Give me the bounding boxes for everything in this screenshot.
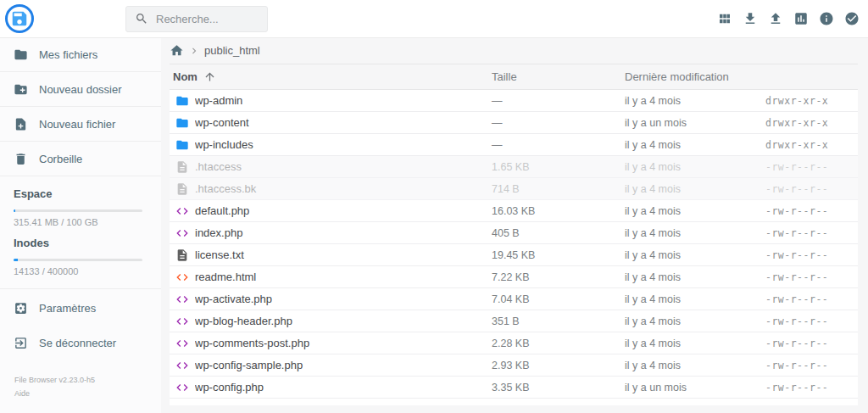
file-row[interactable]: wp-activate.php 7.04 KB il y a 4 mois -r… xyxy=(170,288,858,310)
space-value: 315.41 MB / 100 GB xyxy=(14,217,147,227)
file-permissions: -rw-r--r-- xyxy=(765,183,858,195)
file-size: 2.28 KB xyxy=(492,338,625,349)
trash-icon xyxy=(14,152,28,166)
inodes-progress-bar xyxy=(14,259,142,261)
help-link[interactable]: Aide xyxy=(14,388,161,401)
list-header: Nom Taille Dernière modification xyxy=(170,64,858,90)
space-heading: Espace xyxy=(14,187,147,200)
sidebar-item-settings[interactable]: Paramètres xyxy=(0,291,161,326)
file-name: wp-config.php xyxy=(195,381,492,393)
file-modified: il y a 4 mois xyxy=(625,315,765,327)
file-row[interactable]: wp-includes — il y a 4 mois drwxr-xr-x xyxy=(170,134,858,156)
file-permissions: -rw-r--r-- xyxy=(765,360,858,371)
file-name: wp-includes xyxy=(195,138,492,151)
file-permissions: -rw-r--r-- xyxy=(765,161,858,173)
file-size: 2.93 KB xyxy=(492,360,625,371)
file-name: readme.html xyxy=(195,271,492,283)
file-row[interactable]: wp-content — il y a un mois drwxr-xr-x xyxy=(170,112,858,134)
file-row[interactable]: wp-comments-post.php 2.28 KB il y a 4 mo… xyxy=(170,332,858,354)
sidebar-item-my-files[interactable]: Mes fichiers xyxy=(0,37,161,72)
download-icon xyxy=(743,11,758,26)
top-bar xyxy=(0,0,868,38)
file-size: 19.45 KB xyxy=(492,249,625,261)
file-row[interactable]: wp-config-sample.php 2.93 KB il y a 4 mo… xyxy=(170,354,858,377)
file-row[interactable]: .htaccess.bk 714 B il y a 4 mois -rw-r--… xyxy=(170,178,858,200)
upload-button[interactable] xyxy=(763,6,788,31)
sort-by-name-header[interactable]: Nom xyxy=(170,70,492,83)
select-multiple-icon xyxy=(844,11,860,26)
breadcrumb-folder[interactable]: public_html xyxy=(204,44,260,57)
file-name: wp-config-sample.php xyxy=(195,359,492,371)
file-rows: wp-admin — il y a 4 mois drwxr-xr-x wp-c… xyxy=(170,90,858,405)
file-modified: il y a 4 mois xyxy=(625,338,765,349)
search-box[interactable] xyxy=(125,6,268,32)
search-input[interactable] xyxy=(156,13,259,25)
stats-button[interactable] xyxy=(788,6,814,31)
sort-by-modified-header[interactable]: Dernière modification xyxy=(625,70,765,83)
code-icon xyxy=(175,204,189,218)
upload-icon xyxy=(768,11,783,26)
file-permissions: -rw-r--r-- xyxy=(765,315,858,327)
sidebar-item-trash[interactable]: Corbeille xyxy=(0,142,161,176)
file-modified: il y a 4 mois xyxy=(625,161,765,173)
file-row[interactable]: readme.html 7.22 KB il y a 4 mois -rw-r-… xyxy=(170,266,858,288)
file-name: .htaccess.bk xyxy=(195,182,492,195)
file-listing-panel: public_html Nom Taille Dernière modifica… xyxy=(161,37,868,413)
sidebar-item-label: Mes fichiers xyxy=(39,48,97,61)
new-folder-icon xyxy=(14,82,28,97)
file-row[interactable]: wp-blog-header.php 351 B il y a 4 mois -… xyxy=(170,310,858,332)
file-row-partial xyxy=(170,399,858,405)
select-multiple-button[interactable] xyxy=(839,6,865,31)
info-icon xyxy=(819,11,834,26)
file-size: 405 B xyxy=(492,227,625,239)
sidebar-item-label: Corbeille xyxy=(39,153,82,165)
file-row[interactable]: license.txt 19.45 KB il y a 4 mois -rw-r… xyxy=(170,244,858,266)
sidebar-item-new-file[interactable]: Nouveau fichier xyxy=(0,107,161,142)
info-button[interactable] xyxy=(814,6,839,31)
file-size: — xyxy=(492,139,625,151)
file-icon xyxy=(175,182,189,196)
grid-view-button[interactable] xyxy=(712,6,737,31)
file-row[interactable]: wp-admin — il y a 4 mois drwxr-xr-x xyxy=(170,90,858,112)
sidebar-item-logout[interactable]: Se déconnecter xyxy=(0,326,161,360)
file-name: wp-activate.php xyxy=(195,293,492,305)
file-row[interactable]: wp-config.php 3.35 KB il y a un mois -rw… xyxy=(170,377,858,399)
header-actions xyxy=(712,6,868,31)
inodes-progress-fill xyxy=(14,259,18,261)
file-row[interactable]: .htaccess 1.65 KB il y a 4 mois -rw-r--r… xyxy=(170,156,858,178)
home-icon xyxy=(170,43,184,58)
sidebar-item-label: Nouveau dossier xyxy=(39,83,122,96)
app-logo[interactable] xyxy=(5,4,34,33)
folder-icon xyxy=(175,94,189,108)
sidebar-item-label: Se déconnecter xyxy=(39,337,116,349)
file-size: 3.35 KB xyxy=(492,382,625,393)
file-name: .htaccess xyxy=(195,160,492,173)
file-modified: il y a 4 mois xyxy=(625,183,765,195)
sidebar-item-label: Paramètres xyxy=(39,302,96,315)
space-progress-bar xyxy=(14,209,142,212)
file-modified: il y a un mois xyxy=(625,382,765,393)
file-size: — xyxy=(492,117,625,129)
file-modified: il y a 4 mois xyxy=(625,360,765,371)
arrow-up-icon xyxy=(203,70,216,83)
file-permissions: -rw-r--r-- xyxy=(765,227,858,239)
sort-by-size-header[interactable]: Taille xyxy=(492,70,625,83)
code-icon xyxy=(175,359,189,372)
grid-view-icon xyxy=(717,11,732,26)
sidebar-item-new-folder[interactable]: Nouveau dossier xyxy=(0,72,161,107)
file-size: — xyxy=(492,95,625,107)
home-breadcrumb-button[interactable] xyxy=(170,43,184,58)
file-icon xyxy=(175,160,189,174)
chevron-right-icon xyxy=(188,45,200,57)
sidebar-credits: File Browser v2.23.0-h5 Aide xyxy=(0,360,161,401)
file-modified: il y a 4 mois xyxy=(625,271,765,283)
file-size: 714 B xyxy=(492,183,625,195)
download-button[interactable] xyxy=(737,6,763,31)
file-size: 1.65 KB xyxy=(492,161,625,173)
file-row[interactable]: index.php 405 B il y a 4 mois -rw-r--r-- xyxy=(170,222,858,244)
file-name: wp-comments-post.php xyxy=(195,337,492,349)
sidebar-footer-nav: Paramètres Se déconnecter xyxy=(0,291,161,360)
name-column-label: Nom xyxy=(173,70,198,83)
file-name: wp-blog-header.php xyxy=(195,315,492,327)
file-row[interactable]: default.php 16.03 KB il y a 4 mois -rw-r… xyxy=(170,200,858,222)
